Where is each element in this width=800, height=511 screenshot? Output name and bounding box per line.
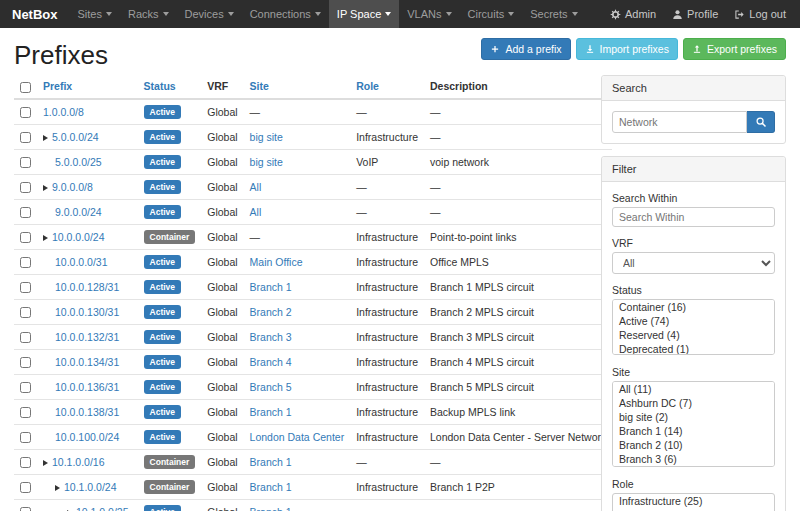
- site-cell: Branch 1: [244, 274, 351, 299]
- prefix-link[interactable]: 9.0.0.0/24: [55, 206, 102, 218]
- add-prefix-button[interactable]: Add a prefix: [481, 38, 570, 60]
- prefix-link[interactable]: 10.0.0.134/31: [55, 356, 119, 368]
- row-checkbox[interactable]: [20, 207, 31, 218]
- row-checkbox[interactable]: [20, 457, 31, 468]
- app-logo[interactable]: NetBox: [0, 0, 70, 28]
- nav-item-label: Connections: [250, 8, 311, 20]
- sidebar: Search Filter: [601, 75, 786, 511]
- site-filter-select[interactable]: All (11)Ashburn DC (7)big site (2)Branch…: [612, 381, 775, 467]
- row-checkbox[interactable]: [20, 407, 31, 418]
- prefix-link[interactable]: 1.0.0.0/8: [43, 106, 84, 118]
- import-prefixes-button[interactable]: Import prefixes: [576, 38, 678, 60]
- site-cell: London Data Center: [244, 424, 351, 449]
- prefix-link[interactable]: 9.0.0.0/8: [52, 181, 93, 193]
- search-input[interactable]: [612, 111, 747, 133]
- chevron-down-icon: [385, 12, 391, 16]
- description-value: —: [424, 99, 612, 125]
- prefix-link[interactable]: 10.0.0.128/31: [55, 281, 119, 293]
- column-header-status[interactable]: Status: [144, 80, 176, 92]
- prefix-link[interactable]: 10.0.0.132/31: [55, 331, 119, 343]
- column-header-prefix[interactable]: Prefix: [43, 80, 72, 92]
- row-checkbox[interactable]: [20, 382, 31, 393]
- nav-item-connections[interactable]: Connections: [242, 0, 329, 28]
- nav-item-profile[interactable]: Profile: [664, 0, 726, 28]
- site-link[interactable]: London Data Center: [250, 431, 345, 443]
- prefix-link[interactable]: 10.1.0.0/25: [76, 506, 129, 511]
- search-button[interactable]: [747, 111, 775, 133]
- search-within-input[interactable]: [612, 207, 775, 227]
- nav-item-admin[interactable]: Admin: [602, 0, 664, 28]
- nav-item-vlans[interactable]: VLANs: [399, 0, 459, 28]
- status-badge: Active: [144, 280, 182, 294]
- nav-item-ip-space[interactable]: IP Space: [329, 0, 399, 28]
- chevron-down-icon: [228, 12, 234, 16]
- prefix-link[interactable]: 10.0.0.136/31: [55, 381, 119, 393]
- site-link[interactable]: Branch 1: [250, 506, 292, 511]
- vrf-select[interactable]: All: [612, 252, 775, 274]
- site-link[interactable]: Branch 4: [250, 356, 292, 368]
- role-value: Infrastructure: [350, 324, 424, 349]
- table-row: 10.0.0.134/31 Active Global Branch 4 Inf…: [14, 349, 612, 374]
- prefix-link[interactable]: 5.0.0.0/24: [52, 131, 99, 143]
- status-badge: Container: [144, 480, 196, 494]
- site-link[interactable]: Branch 1: [250, 456, 292, 468]
- prefix-link[interactable]: 10.0.0.0/24: [52, 231, 105, 243]
- site-link[interactable]: All: [250, 206, 262, 218]
- prefix-link[interactable]: 10.0.0.138/31: [55, 406, 119, 418]
- site-link[interactable]: Branch 3: [250, 331, 292, 343]
- prefix-link[interactable]: 10.1.0.0/16: [52, 456, 105, 468]
- site-link[interactable]: Branch 2: [250, 306, 292, 318]
- nav-item-devices[interactable]: Devices: [177, 0, 242, 28]
- site-link[interactable]: big site: [250, 156, 283, 168]
- column-header-site[interactable]: Site: [250, 80, 269, 92]
- row-checkbox[interactable]: [20, 307, 31, 318]
- site-link[interactable]: big site: [250, 131, 283, 143]
- status-badge: Active: [144, 380, 182, 394]
- site-link[interactable]: Branch 1: [250, 281, 292, 293]
- nav-item-racks[interactable]: Racks: [120, 0, 177, 28]
- site-link[interactable]: Branch 1: [250, 481, 292, 493]
- prefix-link[interactable]: 10.0.0.0/31: [55, 256, 108, 268]
- status-badge: Active: [144, 405, 182, 419]
- row-checkbox[interactable]: [20, 157, 31, 168]
- prefix-link[interactable]: 10.1.0.0/24: [64, 481, 117, 493]
- export-prefixes-button[interactable]: Export prefixes: [683, 38, 786, 60]
- row-checkbox[interactable]: [20, 507, 31, 511]
- row-checkbox[interactable]: [20, 332, 31, 343]
- nav-item-circuits[interactable]: Circuits: [460, 0, 523, 28]
- prefix-link[interactable]: 5.0.0.0/25: [55, 156, 102, 168]
- role-filter-select[interactable]: Infrastructure (25)Management (8)Private…: [612, 493, 775, 511]
- row-checkbox[interactable]: [20, 182, 31, 193]
- column-header-role[interactable]: Role: [356, 80, 379, 92]
- site-link[interactable]: All: [250, 181, 262, 193]
- logout-icon: [734, 9, 745, 20]
- nav-item-secrets[interactable]: Secrets: [522, 0, 585, 28]
- logout-label: Log out: [749, 8, 786, 20]
- nav-item-logout[interactable]: Log out: [726, 0, 794, 28]
- export-icon: [692, 44, 702, 54]
- row-checkbox[interactable]: [20, 482, 31, 493]
- site-link[interactable]: Branch 1: [250, 406, 292, 418]
- row-checkbox[interactable]: [20, 432, 31, 443]
- site-link[interactable]: Main Office: [250, 256, 303, 268]
- table-row: 10.1.0.0/16 Container Global Branch 1 — …: [14, 449, 612, 474]
- select-all-checkbox[interactable]: [20, 82, 31, 93]
- prefix-link[interactable]: 10.0.100.0/24: [55, 431, 119, 443]
- prefix-link[interactable]: 10.0.0.130/31: [55, 306, 119, 318]
- site-link[interactable]: Branch 5: [250, 381, 292, 393]
- row-checkbox[interactable]: [20, 257, 31, 268]
- page-content: Prefixes Add a prefix Import prefixes Ex…: [0, 28, 800, 511]
- filter-panel-title: Filter: [602, 157, 785, 182]
- nav-item-sites[interactable]: Sites: [70, 0, 120, 28]
- role-value: —: [350, 499, 424, 511]
- row-checkbox[interactable]: [20, 357, 31, 368]
- row-checkbox[interactable]: [20, 232, 31, 243]
- site-cell: Branch 1: [244, 399, 351, 424]
- table-row: 10.0.0.136/31 Active Global Branch 5 Inf…: [14, 374, 612, 399]
- row-checkbox[interactable]: [20, 132, 31, 143]
- status-filter-select[interactable]: Container (16)Active (74)Reserved (4)Dep…: [612, 299, 775, 355]
- status-badge: Active: [144, 205, 182, 219]
- row-checkbox[interactable]: [20, 107, 31, 118]
- row-checkbox[interactable]: [20, 282, 31, 293]
- status-badge: Container: [144, 230, 196, 244]
